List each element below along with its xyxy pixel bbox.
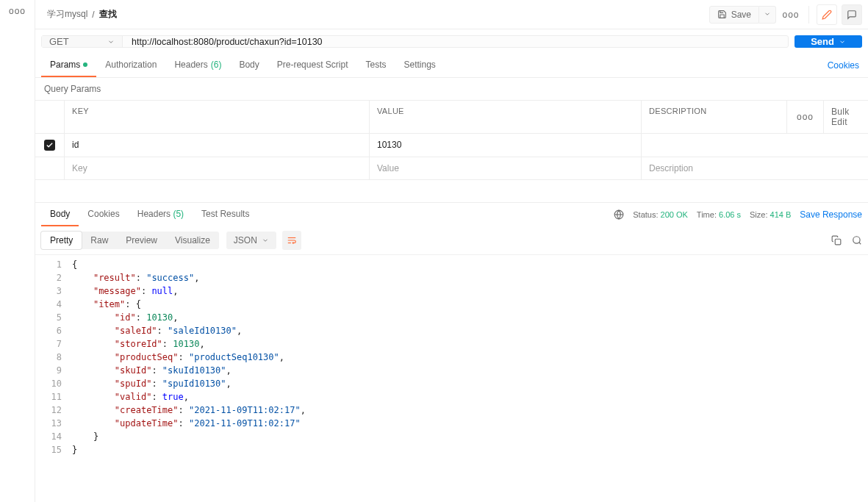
view-mode-group: Pretty Raw Preview Visualize	[41, 232, 219, 249]
param-key-input[interactable]	[72, 140, 362, 150]
chevron-down-icon	[262, 237, 269, 244]
breadcrumb-sep: /	[92, 10, 94, 20]
method-select[interactable]: GET	[42, 36, 123, 47]
params-header-check	[35, 101, 65, 133]
param-value-new[interactable]	[377, 163, 634, 173]
url-input[interactable]	[123, 36, 788, 47]
resp-tab-body[interactable]: Body	[41, 203, 79, 226]
tab-tests[interactable]: Tests	[356, 54, 395, 77]
wrap-lines-button[interactable]	[282, 231, 301, 250]
view-mode-pretty[interactable]: Pretty	[41, 232, 82, 249]
size-label: Size:	[750, 210, 767, 219]
params-header-desc: DESCRIPTION	[642, 101, 787, 133]
breadcrumb: 学习mysql / 查找	[47, 8, 117, 21]
param-checkbox-cell	[35, 134, 65, 157]
params-row	[35, 134, 868, 157]
more-options-button[interactable]: ooo	[781, 4, 801, 25]
query-params-heading: Query Params	[35, 78, 868, 100]
pencil-icon	[822, 10, 832, 20]
save-response-link[interactable]: Save Response	[800, 209, 862, 220]
save-button[interactable]: Save	[709, 6, 759, 24]
divider	[808, 6, 809, 24]
resp-tab-headers-label: Headers	[137, 209, 171, 219]
tab-prerequest[interactable]: Pre-request Script	[268, 54, 357, 77]
tab-body[interactable]: Body	[230, 54, 268, 77]
code-content: { "result": "success", "message": null, …	[72, 258, 306, 456]
svg-point-5	[853, 237, 860, 243]
edit-button[interactable]	[817, 4, 837, 25]
params-header-key: KEY	[65, 101, 370, 133]
globe-icon[interactable]	[614, 209, 624, 220]
view-mode-raw[interactable]: Raw	[82, 232, 117, 249]
view-mode-visualize[interactable]: Visualize	[166, 232, 219, 249]
view-mode-preview[interactable]: Preview	[117, 232, 166, 249]
status-value: 200 OK	[661, 210, 688, 219]
params-header-value: VALUE	[370, 101, 642, 133]
tab-headers-count: (6)	[211, 60, 222, 70]
format-label: JSON	[234, 235, 257, 245]
tab-params-label: Params	[50, 60, 80, 70]
param-checkbox-cell-new	[35, 157, 65, 179]
cookies-link[interactable]: Cookies	[825, 54, 862, 76]
send-label: Send	[811, 36, 834, 47]
save-dropdown[interactable]	[759, 6, 776, 24]
status-group: Status: 200 OK	[633, 210, 688, 219]
svg-line-6	[859, 243, 861, 245]
time-value: 6.06 s	[719, 210, 741, 219]
breadcrumb-collection[interactable]: 学习mysql	[47, 8, 87, 21]
tab-params[interactable]: Params	[41, 54, 96, 77]
time-label: Time:	[697, 210, 717, 219]
chevron-down-icon	[839, 38, 846, 46]
params-row-new	[35, 157, 868, 179]
method-label: GET	[49, 36, 69, 47]
method-url-group: GET	[41, 35, 789, 48]
search-icon[interactable]	[852, 235, 862, 245]
resp-tab-tests[interactable]: Test Results	[193, 203, 258, 226]
response-body[interactable]: 123456789101112131415 { "result": "succe…	[35, 255, 868, 456]
param-checkbox[interactable]	[44, 140, 55, 151]
tab-headers-label: Headers	[174, 60, 207, 70]
resp-tab-cookies[interactable]: Cookies	[79, 203, 128, 226]
chevron-down-icon	[107, 38, 115, 46]
resp-tab-headers[interactable]: Headers (5)	[129, 203, 193, 226]
svg-rect-4	[835, 239, 841, 245]
param-value-input[interactable]	[377, 140, 634, 150]
breadcrumb-request[interactable]: 查找	[99, 8, 117, 21]
tab-settings[interactable]: Settings	[395, 54, 445, 77]
format-select[interactable]: JSON	[226, 232, 276, 249]
bulk-edit-link[interactable]: Bulk Edit	[824, 101, 868, 133]
comment-icon	[847, 10, 857, 20]
size-value: 414 B	[770, 210, 792, 219]
tab-headers[interactable]: Headers (6)	[165, 54, 230, 77]
resp-tab-headers-count: (5)	[173, 209, 184, 219]
chevron-down-icon	[764, 10, 771, 18]
copy-icon[interactable]	[831, 235, 842, 245]
status-dot-icon	[83, 62, 87, 67]
check-icon	[46, 141, 54, 149]
params-table: KEY VALUE DESCRIPTION ooo Bulk Edit	[35, 100, 868, 180]
status-label: Status:	[633, 210, 658, 219]
left-menu-icon[interactable]: ooo	[0, 6, 35, 16]
size-group: Size: 414 B	[750, 210, 791, 219]
params-header-opts[interactable]: ooo	[787, 101, 824, 133]
time-group: Time: 6.06 s	[697, 210, 741, 219]
param-desc-input[interactable]	[649, 140, 861, 150]
send-button[interactable]: Send	[795, 35, 862, 48]
line-gutter: 123456789101112131415	[35, 258, 72, 456]
comment-button[interactable]	[842, 4, 862, 25]
wrap-icon	[287, 235, 297, 245]
save-icon	[717, 10, 727, 19]
save-label: Save	[731, 10, 751, 20]
param-key-new[interactable]	[72, 163, 362, 173]
param-desc-new[interactable]	[649, 163, 861, 173]
tab-authorization[interactable]: Authorization	[96, 54, 165, 77]
